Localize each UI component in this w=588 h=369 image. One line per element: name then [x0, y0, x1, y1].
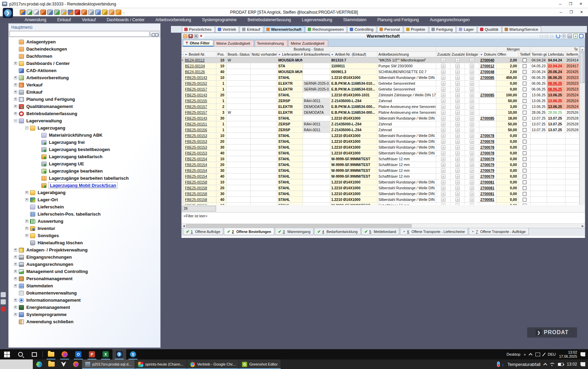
handshake-icon[interactable]: [40, 10, 46, 15]
bottom-tab-5[interactable]: ✔5Meldebestand: [361, 228, 399, 235]
help-box-icon[interactable]: [75, 10, 80, 15]
tab-personal[interactable]: Personal: [377, 26, 403, 32]
app-maximize-button[interactable]: ❐: [566, 9, 576, 16]
teillieferung-checkbox[interactable]: [523, 64, 526, 68]
sidebar-item-h-nelauftrag-l-schen[interactable]: Hänelauftrag löschen: [9, 239, 160, 246]
table-row[interactable]: FBE25-001511ZERSPRAH-0011Z-21435000-L-Z6…: [182, 121, 579, 127]
window-button-gshot[interactable]: GGreenshot Editor: [239, 359, 281, 369]
attachment-a-button[interactable]: a: [441, 81, 445, 86]
local-tray-chevron-icon[interactable]: [543, 363, 547, 367]
attachment-a-button[interactable]: a: [441, 93, 445, 97]
sidebar-item-materialr-ckf-hrung-abk[interactable]: Materialrückführung ABK: [9, 132, 160, 139]
rdp-maximize-button[interactable]: ❐: [565, 1, 576, 8]
filter-tab-1[interactable]: Ohne Filter: [183, 40, 213, 46]
app-minimize-button[interactable]: ─: [556, 9, 566, 16]
taskbar-powerpoint-icon[interactable]: P: [85, 349, 99, 359]
sidebar-item-lagerzug-nge-bearbeiten-tabellarisch[interactable]: Lagerzugänge bearbeiten tabellarisch: [9, 175, 160, 182]
attachment-a-button[interactable]: a: [455, 128, 460, 132]
vertical-scroll-thumb[interactable]: [580, 52, 585, 83]
attachment-a-button[interactable]: a: [470, 139, 474, 144]
taskbar-explorer-icon[interactable]: [44, 349, 58, 359]
taskbar-firefox-icon[interactable]: [58, 349, 71, 359]
rdp-minimize-button[interactable]: ─: [555, 1, 565, 8]
sidebar-item-management-und-controlling[interactable]: +Management und Controlling: [9, 268, 160, 275]
attachment-a-button[interactable]: a: [470, 197, 474, 202]
horizontal-scrollbar[interactable]: ◀ ▶: [182, 223, 585, 228]
local-notification-icon[interactable]: [580, 362, 585, 366]
teillieferung-checkbox[interactable]: [523, 134, 526, 138]
filter-tab-3[interactable]: Terminmahnung: [255, 40, 288, 46]
menu-item-dashboards-center[interactable]: Dashboards / Center: [102, 17, 149, 23]
attachment-a-button[interactable]: a: [441, 180, 445, 184]
attachment-a-button[interactable]: a: [455, 76, 460, 80]
bottom-tab-6[interactable]: ►6Offene Transporte - Lieferscheine: [400, 228, 468, 235]
attachment-a-button[interactable]: a: [455, 134, 460, 138]
attachment-a-button[interactable]: a: [441, 163, 445, 167]
table-row[interactable]: FBE25-0015820STAHL1.2210 Ø14X1000Silbers…: [182, 185, 579, 191]
teillieferung-checkbox[interactable]: [523, 128, 526, 132]
desktop-toolbar-label[interactable]: Desktop: [507, 352, 520, 356]
expand-plus-icon[interactable]: +: [14, 256, 17, 259]
expand-plus-icon[interactable]: +: [14, 248, 17, 251]
column-header-bestell-nr-[interactable]: ►Bestell-Nr.: [184, 52, 216, 57]
expand-plus-icon[interactable]: +: [14, 62, 17, 65]
teillieferung-checkbox[interactable]: [523, 111, 526, 114]
attachment-a-button[interactable]: a: [455, 122, 460, 126]
table-row[interactable]: ▸BE24-0011210WMOUSER-MUN801310.7"MK255 1…: [182, 57, 579, 63]
grid-icon[interactable]: [116, 10, 121, 15]
sidebar-item-stammdaten[interactable]: +Stammdaten: [9, 282, 160, 289]
column-header-marker[interactable]: ≡: [182, 52, 184, 57]
storage-icon[interactable]: [88, 10, 94, 15]
attachment-a-button[interactable]: a: [455, 180, 460, 184]
menu-item-systemprogramme[interactable]: Systemprogramme: [197, 17, 241, 23]
sidebar-item-sonstiges[interactable]: +Sonstiges: [9, 232, 160, 239]
weather-label[interactable]: Temperaturabfall: [507, 362, 540, 367]
attachment-a-button[interactable]: a: [441, 105, 445, 109]
teillieferung-checkbox[interactable]: [523, 204, 526, 205]
column-header-lieferdatu[interactable]: Lieferdatu: [547, 52, 565, 57]
attachment-a-button[interactable]: a: [455, 145, 460, 150]
sidebar-item-dachformen[interactable]: Dachformen: [9, 53, 160, 60]
expand-plus-icon[interactable]: +: [14, 112, 17, 115]
desktop-toolbar-more[interactable]: »: [524, 352, 526, 356]
teillieferung-checkbox[interactable]: [523, 99, 526, 103]
teillieferung-checkbox[interactable]: [523, 186, 526, 190]
teillieferung-checkbox[interactable]: [523, 93, 526, 97]
expand-plus-icon[interactable]: +: [25, 198, 28, 201]
tab-warenwirtschaft[interactable]: Warenwirtschaft: [264, 26, 305, 32]
expand-plus-icon[interactable]: +: [25, 191, 28, 194]
attachment-a-button[interactable]: a: [470, 180, 474, 184]
attachment-a-button[interactable]: a: [455, 87, 460, 92]
sidebar-item-lagerzug-nge-bearbeiten[interactable]: Lagerzugänge bearbeiten: [9, 167, 160, 175]
table-add-icon[interactable]: [27, 10, 32, 15]
sidebar-item-lagerzugang[interactable]: −Lagerzugang: [9, 124, 160, 132]
attachment-a-button[interactable]: a: [470, 93, 474, 97]
attachment-a-button[interactable]: a: [441, 116, 445, 121]
table-row[interactable]: FBE25-0015410STAHLW-9999-SF.99MM/TESTSch…: [182, 156, 579, 162]
sidebar-item-lagerzugang-mobil-druck-scan[interactable]: Lagerzugang Mobil Druck/Scan: [9, 182, 160, 189]
attachment-a-button[interactable]: a: [470, 192, 474, 196]
dock-icon-2[interactable]: [1, 299, 6, 304]
sidebar-item-systemprogramme[interactable]: +Systemprogramme: [9, 311, 160, 318]
menu-item-arbeitsvorbereitung[interactable]: Arbeitsvorbereitung: [151, 17, 196, 23]
sidebar-item-dacheindeckungen[interactable]: Dacheindeckungen: [9, 45, 160, 53]
table-row[interactable]: FBE25-0015340STAHL1.2210 Ø14X1000Silbers…: [182, 150, 579, 156]
pen-icon[interactable]: [542, 352, 546, 356]
taskbar-outlook-icon[interactable]: O: [71, 349, 85, 359]
attachment-a-button[interactable]: a: [470, 151, 474, 155]
wifi-icon[interactable]: [550, 363, 554, 366]
attachment-a-button[interactable]: a: [441, 58, 445, 63]
local-start-area[interactable]: [0, 359, 33, 369]
column-header-einkaufsreferenz[interactable]: Einkaufsreferenz: [303, 52, 330, 57]
column-header-offen[interactable]: Offen: [496, 52, 519, 57]
tab-pers-nliches[interactable]: Persönliches: [182, 26, 215, 32]
attachment-a-button[interactable]: a: [470, 81, 474, 86]
attachment-a-button[interactable]: a: [455, 110, 460, 115]
attachment-a-button[interactable]: a: [441, 134, 445, 138]
table-row[interactable]: FBE25-0014310STAHL1.2210 Ø14X1000Silbers…: [182, 75, 579, 81]
thermometer-icon[interactable]: [497, 361, 500, 367]
attachment-a-button[interactable]: a: [455, 197, 460, 202]
attachment-a-button[interactable]: a: [455, 203, 460, 205]
local-wolf-icon[interactable]: [57, 359, 70, 369]
export-up-icon[interactable]: [573, 34, 578, 38]
